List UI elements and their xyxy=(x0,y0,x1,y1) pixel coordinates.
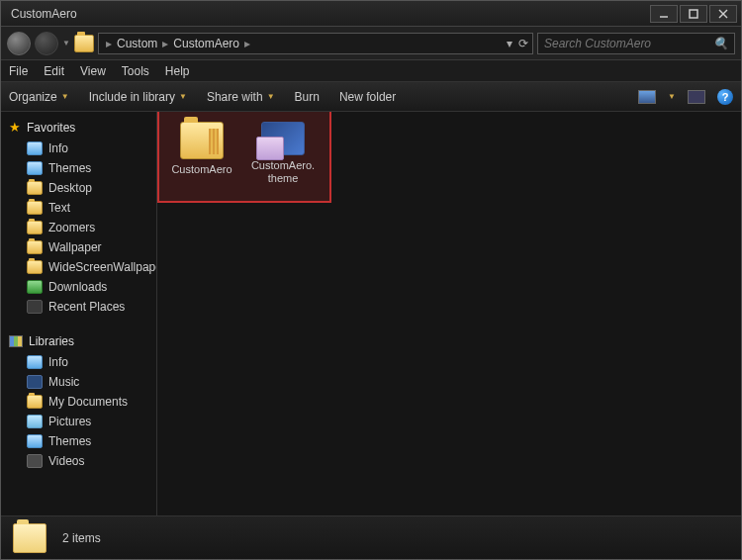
folder-icon xyxy=(27,395,43,409)
command-bar: Organize▼ Include in library▼ Share with… xyxy=(1,82,741,112)
libraries-label: Libraries xyxy=(29,334,74,348)
search-placeholder: Search CustomAero xyxy=(544,37,651,50)
menu-file[interactable]: File xyxy=(9,64,28,78)
favorites-label: Favorites xyxy=(27,121,75,135)
videos-icon xyxy=(27,454,43,468)
libraries-group[interactable]: Libraries xyxy=(1,330,156,352)
chevron-down-icon[interactable]: ▼ xyxy=(668,92,676,101)
explorer-window: CustomAero ▼ ▸ Custom ▸ CustomAero ▸ ▾ ⟳… xyxy=(0,0,742,560)
downloads-icon xyxy=(27,280,43,294)
pictures-icon xyxy=(27,415,43,428)
content-pane[interactable]: CustomAero CustomAero.theme xyxy=(157,112,741,515)
help-icon[interactable]: ? xyxy=(717,89,733,105)
burn-button[interactable]: Burn xyxy=(295,90,320,104)
item-theme-customaero[interactable]: CustomAero.theme xyxy=(248,120,318,184)
forward-button[interactable] xyxy=(35,32,58,55)
navigation-bar: ▼ ▸ Custom ▸ CustomAero ▸ ▾ ⟳ Search Cus… xyxy=(1,27,741,60)
chevron-down-icon: ▼ xyxy=(61,92,69,101)
recent-icon xyxy=(27,300,43,314)
sidebar-item-zoomers[interactable]: Zoomers xyxy=(1,218,156,237)
theme-file-icon xyxy=(261,122,305,155)
explorer-icon[interactable] xyxy=(74,35,94,52)
menu-tools[interactable]: Tools xyxy=(122,64,149,78)
search-icon: 🔍 xyxy=(713,37,728,50)
sidebar-item-downloads[interactable]: Downloads xyxy=(1,277,156,297)
info-icon xyxy=(27,355,43,369)
sidebar-item-desktop[interactable]: Desktop xyxy=(1,178,156,198)
organize-button[interactable]: Organize▼ xyxy=(9,90,69,104)
close-button[interactable] xyxy=(709,5,737,23)
svg-rect-1 xyxy=(690,10,697,18)
sidebar-item-recent-places[interactable]: Recent Places xyxy=(1,297,156,317)
themes-icon xyxy=(27,434,43,448)
address-dropdown-icon[interactable]: ▾ xyxy=(507,37,512,50)
themes-icon xyxy=(27,161,43,175)
menu-edit[interactable]: Edit xyxy=(44,64,64,78)
share-with-button[interactable]: Share with▼ xyxy=(207,90,275,104)
star-icon: ★ xyxy=(9,120,21,135)
folder-icon xyxy=(27,260,43,274)
sidebar-item-lib-themes[interactable]: Themes xyxy=(1,431,156,451)
sidebar-item-text[interactable]: Text xyxy=(1,198,156,218)
status-text: 2 items xyxy=(62,531,101,545)
status-bar: 2 items xyxy=(1,515,741,559)
sidebar-item-lib-info[interactable]: Info xyxy=(1,352,156,372)
folder-icon xyxy=(180,122,224,159)
sidebar-item-lib-music[interactable]: Music xyxy=(1,372,156,392)
sidebar-item-wallpaper[interactable]: Wallpaper xyxy=(1,237,156,257)
view-options-icon[interactable] xyxy=(638,90,656,104)
sidebar-item-widescreenwallpaper[interactable]: WideScreenWallpaper xyxy=(1,257,156,277)
info-icon xyxy=(27,141,43,155)
back-button[interactable] xyxy=(7,32,31,55)
preview-pane-icon[interactable] xyxy=(688,90,705,104)
favorites-group[interactable]: ★ Favorites xyxy=(1,116,156,139)
titlebar: CustomAero xyxy=(1,1,741,27)
menu-view[interactable]: View xyxy=(80,64,106,78)
folder-icon xyxy=(27,181,43,195)
sidebar-item-info[interactable]: Info xyxy=(1,139,156,158)
folder-icon xyxy=(27,240,43,254)
history-dropdown-icon[interactable]: ▼ xyxy=(62,39,70,47)
item-folder-customaero[interactable]: CustomAero xyxy=(167,120,236,184)
item-label: CustomAero xyxy=(171,163,232,176)
window-title: CustomAero xyxy=(11,7,77,21)
chevron-right-icon: ▸ xyxy=(159,37,171,50)
new-folder-button[interactable]: New folder xyxy=(339,90,396,104)
sidebar-item-lib-documents[interactable]: My Documents xyxy=(1,392,156,412)
chevron-down-icon: ▼ xyxy=(267,92,275,101)
chevron-right-icon: ▸ xyxy=(103,37,115,50)
navigation-pane[interactable]: ★ Favorites Info Themes Desktop Text Zoo… xyxy=(1,112,157,515)
breadcrumb-segment[interactable]: CustomAero xyxy=(173,37,239,50)
minimize-button[interactable] xyxy=(650,5,678,23)
item-label: CustomAero.theme xyxy=(250,159,316,184)
folder-icon xyxy=(27,201,43,215)
search-input[interactable]: Search CustomAero 🔍 xyxy=(537,33,735,54)
window-controls xyxy=(650,5,737,23)
chevron-down-icon: ▼ xyxy=(179,92,187,101)
breadcrumb-segment[interactable]: Custom xyxy=(117,37,157,50)
chevron-right-icon: ▸ xyxy=(241,37,253,50)
body: ★ Favorites Info Themes Desktop Text Zoo… xyxy=(1,112,741,515)
music-icon xyxy=(27,375,43,389)
menu-bar: File Edit View Tools Help xyxy=(1,60,741,82)
sidebar-item-lib-videos[interactable]: Videos xyxy=(1,451,156,471)
sidebar-item-lib-pictures[interactable]: Pictures xyxy=(1,412,156,431)
folder-icon xyxy=(13,523,46,553)
maximize-button[interactable] xyxy=(680,5,707,23)
sidebar-item-themes[interactable]: Themes xyxy=(1,158,156,178)
folder-icon xyxy=(27,221,43,234)
menu-help[interactable]: Help xyxy=(165,64,190,78)
libraries-icon xyxy=(9,335,23,347)
include-in-library-button[interactable]: Include in library▼ xyxy=(89,90,187,104)
address-bar[interactable]: ▸ Custom ▸ CustomAero ▸ ▾ ⟳ xyxy=(98,33,533,54)
refresh-icon[interactable]: ⟳ xyxy=(518,37,528,50)
